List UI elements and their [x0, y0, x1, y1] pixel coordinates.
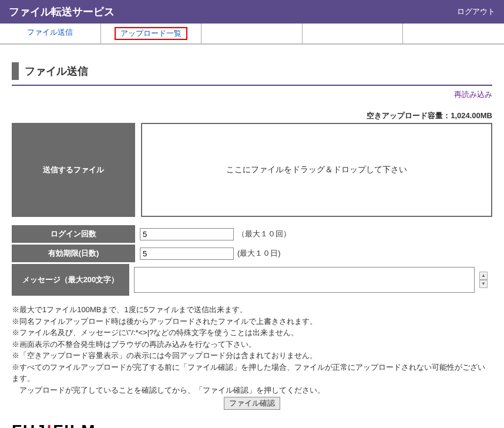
note-line: ※最大で1ファイル100MBまで、1度に5ファイルまで送信出来ます。 — [12, 304, 492, 316]
tab-upload-list[interactable]: アップロード一覧 — [101, 24, 202, 44]
file-upload-row: 送信するファイル ここにファイルをドラッグ＆ドロップして下さい — [12, 123, 492, 217]
message-textarea[interactable] — [134, 267, 475, 293]
divider — [12, 85, 492, 86]
file-confirm-button[interactable]: ファイル確認 — [224, 397, 280, 410]
file-dropzone[interactable]: ここにファイルをドラッグ＆ドロップして下さい — [141, 123, 492, 217]
expire-row: 有効期限(日数) (最大１０日) — [12, 245, 492, 262]
tab-empty-3 — [403, 24, 504, 44]
scroll-down-icon[interactable]: ▼ — [479, 280, 488, 288]
note-line: ※画面表示の不整合発生時はブラウザの再読み込みを行なって下さい。 — [12, 339, 492, 350]
fujifilm-logo: FUJ!FILM — [12, 422, 96, 428]
section-accent — [12, 62, 19, 80]
section-title-bar: ファイル送信 — [12, 62, 492, 80]
tab-upload-list-label: アップロード一覧 — [115, 27, 187, 40]
section-title: ファイル送信 — [25, 64, 88, 78]
tabs-bar: ファイル送信 アップロード一覧 — [0, 24, 504, 45]
tab-file-send[interactable]: ファイル送信 — [0, 24, 101, 44]
login-count-input[interactable] — [140, 228, 234, 240]
header-title: ファイル転送サービス — [9, 5, 115, 19]
login-count-label: ログイン回数 — [12, 225, 135, 243]
message-row: メッセージ（最大200文字） ▲ ▼ — [12, 264, 492, 296]
scroll-up-icon[interactable]: ▲ — [479, 272, 488, 280]
reload-link[interactable]: 再読み込み — [12, 89, 492, 100]
app-header: ファイル転送サービス ログアウト — [0, 0, 504, 24]
tab-empty-2 — [303, 24, 404, 44]
expire-label: 有効期限(日数) — [12, 245, 135, 262]
dropzone-text: ここにファイルをドラッグ＆ドロップして下さい — [226, 165, 407, 175]
footer: FUJ!FILM — [0, 410, 504, 428]
upload-capacity: 空きアップロード容量：1,024.00MB — [12, 111, 492, 121]
note-line: ※「空きアップロード容量表示」の表示には今回アップロード分は含まれておりません。 — [12, 350, 492, 362]
note-line: ※すべてのファイルアップロードが完了する前に「ファイル確認」を押した場合、ファイ… — [12, 362, 492, 384]
file-upload-label: 送信するファイル — [12, 123, 135, 217]
logout-link[interactable]: ログアウト — [457, 6, 495, 17]
tab-empty-1 — [201, 24, 303, 44]
textarea-scroll: ▲ ▼ — [479, 272, 488, 288]
logo-part1: FUJ — [12, 422, 46, 428]
login-count-row: ログイン回数 （最大１０回） — [12, 225, 492, 243]
note-line: ※同名ファイルアップロード時は後からアップロードされたファイルで上書きされます。 — [12, 316, 492, 327]
expire-input[interactable] — [140, 248, 234, 260]
logo-dot-icon: ! — [46, 422, 53, 428]
login-count-hint: （最大１０回） — [237, 229, 291, 239]
note-line: ※ファイル名及び、メッセージに\"/:*<>|?などの特殊文字を使うことは出来ま… — [12, 327, 492, 339]
note-line: アップロードが完了していることを確認してから、「ファイル確認」を押してください。 — [12, 384, 492, 396]
notes-block: ※最大で1ファイル100MBまで、1度に5ファイルまで送信出来ます。 ※同名ファ… — [12, 304, 492, 396]
logo-part2: FILM — [53, 422, 96, 428]
expire-hint: (最大１０日) — [237, 248, 281, 259]
message-label: メッセージ（最大200文字） — [12, 264, 129, 296]
